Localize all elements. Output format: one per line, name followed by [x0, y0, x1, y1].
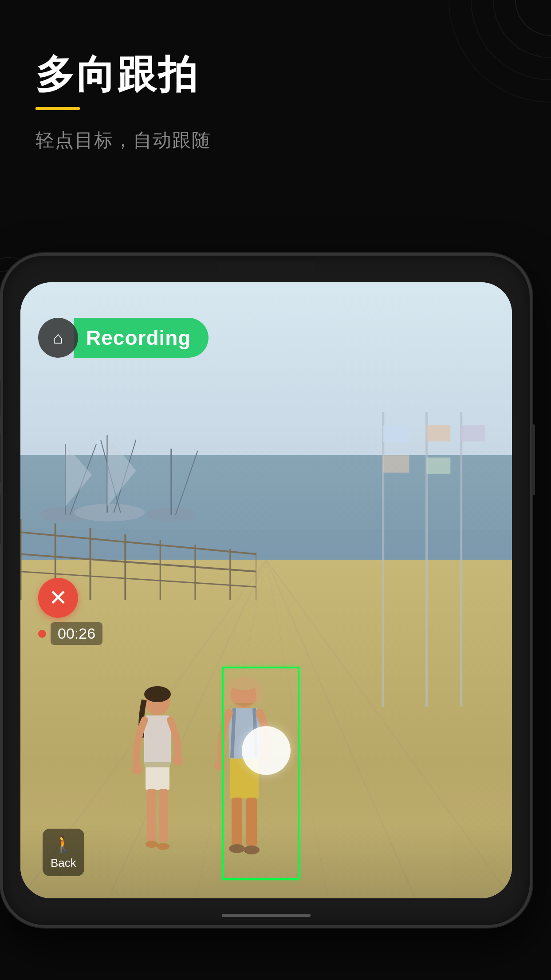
back-label: Back [51, 856, 76, 870]
svg-point-48 [146, 841, 158, 848]
flag-poles [340, 375, 487, 744]
phone-home-indicator [222, 914, 311, 917]
back-button[interactable]: 🚶 Back [43, 829, 84, 876]
svg-point-2 [471, 0, 551, 80]
svg-rect-40 [427, 458, 451, 474]
home-button[interactable]: ⌂ [38, 318, 78, 358]
title-underline [35, 107, 80, 110]
shutter-button[interactable] [242, 726, 291, 775]
main-title: 多向跟拍 [35, 53, 211, 96]
close-button[interactable]: ✕ [38, 578, 78, 618]
phone-mockup: ⌂ Recording ✕ 00:26 [0, 253, 551, 963]
recording-pill: Recording [74, 318, 209, 358]
phone-volume-silent [0, 380, 1, 415]
back-walk-icon: 🚶 [53, 835, 73, 854]
person-woman [129, 684, 186, 880]
title-section: 多向跟拍 轻点目标，自动跟随 [35, 53, 211, 153]
subtitle: 轻点目标，自动跟随 [35, 128, 211, 153]
home-icon: ⌂ [53, 328, 63, 348]
timer-text: 00:26 [51, 622, 102, 645]
svg-point-50 [132, 766, 142, 775]
svg-rect-36 [383, 425, 409, 443]
phone-volume-up [0, 433, 1, 482]
timer-badge: 00:26 [38, 622, 102, 645]
svg-rect-47 [159, 789, 168, 842]
phone-bezel: ⌂ Recording ✕ 00:26 [0, 253, 532, 928]
recording-badge: ⌂ Recording [38, 318, 209, 358]
svg-point-49 [157, 843, 169, 850]
recording-dot [38, 630, 46, 638]
svg-rect-45 [145, 762, 170, 767]
deco-circles-top-right [427, 0, 551, 124]
recording-text: Recording [86, 326, 191, 349]
svg-point-1 [493, 0, 551, 58]
svg-point-51 [173, 756, 183, 765]
svg-rect-39 [383, 455, 409, 473]
svg-point-0 [516, 0, 551, 36]
svg-point-42 [144, 686, 171, 702]
svg-rect-37 [427, 425, 451, 442]
phone-volume-down [0, 495, 1, 544]
phone-frame: ⌂ Recording ✕ 00:26 [0, 253, 532, 928]
phone-power-button [531, 424, 535, 495]
close-icon: ✕ [49, 587, 67, 609]
svg-rect-46 [147, 789, 156, 842]
phone-notch [217, 262, 315, 278]
camera-screen: ⌂ Recording ✕ 00:26 [20, 282, 512, 898]
svg-point-3 [449, 0, 551, 102]
svg-rect-38 [461, 425, 485, 442]
svg-rect-43 [144, 715, 171, 764]
